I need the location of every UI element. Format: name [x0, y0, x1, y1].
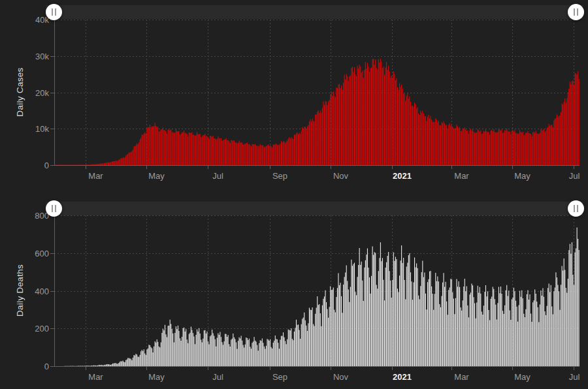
deaths-x-tick-label: Sep — [272, 372, 287, 382]
cases-scrollbar-left-handle[interactable] — [46, 4, 62, 20]
drag-grip-icon — [574, 8, 575, 16]
cases-x-tick-label: 2021 — [393, 171, 412, 181]
deaths-scrollbar-right-handle[interactable] — [568, 200, 584, 217]
drag-grip-icon — [52, 8, 53, 16]
deaths-y-tick-label: 400 — [19, 287, 49, 296]
deaths-y-tick-label: 200 — [19, 324, 49, 334]
cases-x-tick-label: May — [148, 171, 165, 181]
deaths-y-tick-label: 0 — [19, 362, 49, 371]
deaths-scrollbar-left-handle[interactable] — [46, 200, 62, 217]
deaths-x-tick-label: Mar — [88, 372, 103, 382]
cases-x-tick-label: Mar — [454, 171, 468, 181]
cases-x-tick-label: May — [514, 171, 531, 181]
cases-x-tick-label: Jul — [569, 171, 580, 181]
deaths-x-tick-label: Nov — [333, 372, 348, 382]
deaths-bars-series — [63, 227, 580, 366]
deaths-range-scrollbar[interactable] — [46, 202, 583, 215]
cases-y-tick-label: 40k — [19, 15, 49, 25]
deaths-x-tick-label: May — [514, 372, 531, 382]
drag-grip-icon — [577, 205, 578, 212]
drag-grip-icon — [577, 8, 578, 16]
drag-grip-icon — [574, 205, 575, 212]
deaths-y-tick-label: 800 — [19, 211, 49, 221]
cases-x-tick-label: Sep — [272, 171, 287, 181]
cases-y-tick-label: 30k — [19, 52, 49, 61]
cases-y-tick-label: 10k — [19, 124, 49, 134]
cases-bars-series — [54, 59, 580, 165]
deaths-x-tick-label: Mar — [454, 372, 468, 382]
drag-grip-icon — [55, 8, 56, 16]
cases-y-tick-label: 20k — [19, 88, 49, 98]
cases-range-scrollbar[interactable] — [46, 5, 583, 19]
cases-x-tick-label: Jul — [212, 171, 223, 181]
deaths-x-tick-label: Jul — [212, 372, 223, 382]
cases-x-tick-label: Nov — [333, 171, 348, 181]
deaths-x-tick-label: Jul — [569, 372, 580, 382]
drag-grip-icon — [55, 205, 56, 212]
deaths-y-tick-label: 600 — [19, 249, 49, 258]
cases-scrollbar-right-handle[interactable] — [568, 4, 584, 20]
deaths-x-tick-label: 2021 — [393, 372, 412, 382]
deaths-x-tick-label: May — [148, 372, 165, 382]
cases-x-tick-label: Mar — [88, 171, 103, 181]
charts-canvas — [0, 0, 588, 389]
cases-y-tick-label: 0 — [19, 161, 49, 170]
drag-grip-icon — [52, 205, 53, 212]
covid-dashboard: Daily Cases Daily Deaths 010k20k30k40kMa… — [0, 0, 588, 389]
